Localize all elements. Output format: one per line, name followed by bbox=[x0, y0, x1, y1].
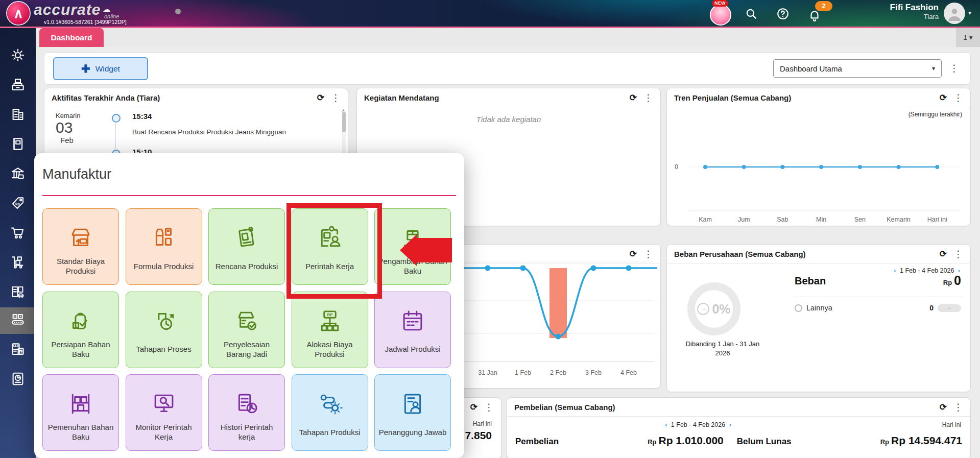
kebab-icon[interactable]: ⋮ bbox=[953, 249, 963, 259]
sidebar-item-cash-register[interactable] bbox=[0, 73, 36, 99]
plus-icon: ✚ bbox=[81, 63, 90, 74]
date-range-nav: ‹ 1 Feb - 4 Feb 2026 › bbox=[647, 421, 749, 428]
tab-counter-dropdown[interactable]: 1 ▾ bbox=[956, 28, 980, 47]
tile-label: Tahapan Produksi bbox=[296, 418, 363, 450]
toolbar-kebab-icon[interactable]: ⋮ bbox=[949, 63, 959, 73]
x-tick-label: Kemarin bbox=[887, 216, 911, 223]
search-icon[interactable] bbox=[745, 7, 758, 20]
tile-standar-biaya-produksi[interactable]: Standar Biaya Produksi bbox=[42, 208, 119, 285]
monitor-search-icon bbox=[150, 375, 178, 418]
tile-histori-perintah-kerja[interactable]: Histori Perintah kerja bbox=[208, 374, 285, 451]
dialog-title-underline bbox=[42, 195, 456, 196]
refresh-icon[interactable]: ⟳ bbox=[470, 403, 477, 412]
sidebar-item-tax[interactable]: TAX bbox=[0, 337, 36, 364]
sidebar-item-price-tag[interactable]: Rp bbox=[0, 191, 36, 218]
refresh-icon[interactable]: ⟳ bbox=[630, 93, 637, 102]
sidebar-item-bank[interactable] bbox=[0, 161, 36, 188]
beban-value: Rp0 bbox=[943, 273, 961, 288]
tile-penyelesaian-barang-jadi[interactable]: Penyelesaian Barang Jadi bbox=[208, 292, 285, 368]
beban-row-lainnya[interactable]: Lainnya bbox=[795, 304, 832, 312]
material-prep-icon bbox=[67, 292, 94, 335]
help-icon[interactable] bbox=[776, 7, 790, 20]
x-tick-label: 31 Jan bbox=[478, 369, 497, 376]
schedule-icon bbox=[399, 292, 426, 335]
tile-perintah-kerja[interactable]: Perintah Kerja bbox=[292, 208, 368, 285]
compare-period-text: Dibanding 1 Jan - 31 Jan 2026 bbox=[680, 340, 765, 357]
tile-label: Pemenuhan Bahan Baku bbox=[43, 418, 118, 450]
account-chevron-icon[interactable]: ▾ bbox=[968, 9, 971, 16]
tile-penanggung-jawab[interactable]: Penanggung Jawab bbox=[374, 374, 451, 451]
tile-alokasi-biaya-produksi[interactable]: RP Alokasi Biaya Produksi bbox=[292, 292, 368, 368]
timeline-dot bbox=[112, 114, 121, 123]
arrow-circle-icon: → bbox=[697, 303, 709, 315]
empty-state-text: Tidak ada kegiatan bbox=[357, 115, 660, 124]
manufaktur-dialog: Manufaktur Standar Biaya Produksi Formul… bbox=[34, 153, 464, 458]
refresh-icon[interactable]: ⟳ bbox=[940, 403, 947, 412]
timeline-line bbox=[115, 123, 116, 149]
goods-done-icon bbox=[233, 292, 260, 335]
activity-text[interactable]: Buat Rencana Produksi Produksi Jeans Min… bbox=[132, 128, 286, 136]
mini-bar-pill: - bbox=[938, 304, 961, 312]
whats-new-mascot-icon[interactable] bbox=[710, 4, 731, 26]
tile-label: Perintah Kerja bbox=[302, 252, 357, 284]
kebab-icon[interactable]: ⋮ bbox=[643, 93, 653, 103]
period-label: Hari ini bbox=[942, 421, 961, 428]
prev-range-icon[interactable]: ‹ bbox=[663, 421, 669, 428]
divider bbox=[795, 297, 962, 297]
fixed-asset-icon bbox=[10, 284, 26, 302]
tile-tahapan-produksi[interactable]: Tahapan Produksi bbox=[292, 374, 368, 451]
sidebar-item-ledger-book[interactable] bbox=[0, 132, 36, 158]
sidebar-item-purchase-cart[interactable] bbox=[0, 221, 36, 247]
svg-text:TAX: TAX bbox=[12, 344, 19, 348]
sidebar-item-report[interactable] bbox=[0, 367, 36, 393]
tile-monitor-perintah-kerja[interactable]: Monitor Perintah Kerja bbox=[126, 374, 202, 451]
x-tick-label: 4 Feb bbox=[620, 369, 637, 376]
user-block[interactable]: Fifi Fashion Tiara bbox=[843, 3, 939, 21]
x-tick-label: Kam bbox=[699, 216, 712, 223]
tile-persiapan-bahan-baku[interactable]: Persiapan Bahan Baku bbox=[42, 292, 119, 368]
sidebar-item-company[interactable] bbox=[0, 102, 36, 129]
tile-formula-produksi[interactable]: Formula Produksi bbox=[126, 208, 202, 285]
report-icon bbox=[10, 371, 26, 389]
sidebar-item-manufacture[interactable] bbox=[0, 307, 36, 334]
scrollbar-thumb[interactable] bbox=[342, 112, 346, 132]
timeline-date: Kemarin 03 Feb bbox=[56, 112, 102, 144]
belum-lunas-value: RpRp 14.594.471 bbox=[880, 435, 962, 447]
pembelian-value: RpRp 1.010.000 bbox=[648, 435, 724, 447]
kebab-icon[interactable]: ⋮ bbox=[331, 93, 341, 103]
tab-bar: Dashboard 1 ▾ bbox=[0, 28, 980, 47]
widget-title: Beban Perusahaan (Semua Cabang) bbox=[674, 250, 806, 258]
sidebar-item-settings[interactable] bbox=[0, 43, 36, 69]
tab-dashboard[interactable]: Dashboard bbox=[39, 28, 104, 47]
tile-tahapan-proses[interactable]: Tahapan Proses bbox=[126, 292, 202, 368]
x-tick-label: 2 Feb bbox=[550, 369, 566, 376]
kebab-icon[interactable]: ⋮ bbox=[953, 402, 963, 412]
tile-jadwal-produksi[interactable]: Jadwal Produksi bbox=[374, 292, 451, 368]
widget-beban: Beban Perusahaan (Semua Cabang) ⟳ ⋮ ‹ 1 … bbox=[666, 244, 971, 392]
refresh-icon[interactable]: ⟳ bbox=[940, 250, 947, 258]
new-badge: NEW bbox=[712, 0, 728, 7]
donut-percent: 0% bbox=[712, 302, 730, 317]
prev-range-icon[interactable]: ‹ bbox=[892, 267, 898, 274]
refresh-icon[interactable]: ⟳ bbox=[317, 93, 324, 102]
plan-notes-icon bbox=[233, 209, 260, 252]
user-name: Tiara bbox=[843, 13, 939, 21]
add-widget-button[interactable]: ✚ Widget bbox=[53, 57, 148, 80]
sidebar-item-fixed-asset[interactable] bbox=[0, 280, 36, 306]
period-label: Hari ini bbox=[473, 420, 492, 427]
tile-label: Alokasi Biaya Produksi bbox=[292, 335, 368, 368]
version-text: v1.0.1#3605-587261 [3499P12DP] bbox=[44, 19, 127, 25]
avatar[interactable] bbox=[944, 3, 965, 24]
tile-rencana-produksi[interactable]: Rencana Produksi bbox=[208, 208, 285, 285]
widget-title: Kegiatan Mendatang bbox=[364, 93, 439, 102]
kebab-icon[interactable]: ⋮ bbox=[484, 402, 494, 412]
next-range-icon[interactable]: › bbox=[727, 421, 733, 428]
dashboard-select[interactable]: Dashboard Utama ▾ bbox=[773, 59, 942, 78]
accurate-logo-icon[interactable]: ∧ bbox=[7, 2, 30, 25]
sidebar-item-inventory-trolley[interactable] bbox=[0, 250, 36, 277]
svg-text:RP: RP bbox=[327, 312, 332, 317]
tile-pemenuhan-bahan-baku[interactable]: Pemenuhan Bahan Baku bbox=[42, 374, 119, 451]
formula-icon bbox=[150, 209, 178, 252]
company-icon bbox=[10, 107, 26, 124]
tile-label: Standar Biaya Produksi bbox=[43, 252, 118, 284]
